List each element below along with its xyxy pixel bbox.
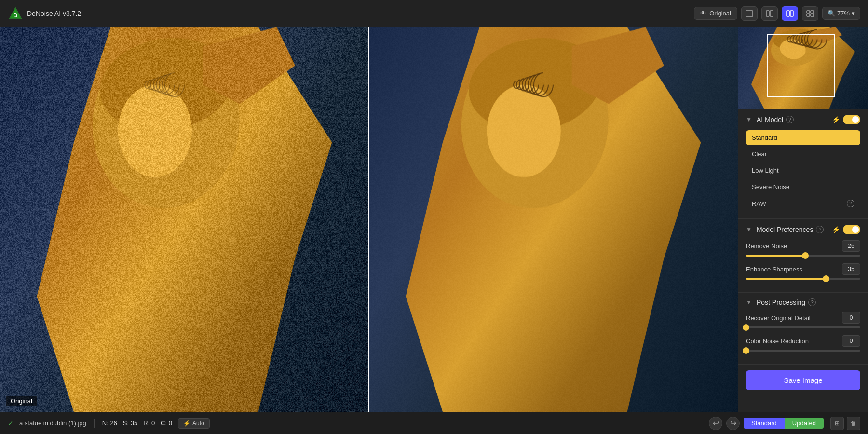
post-processing-header: ▼ Post Processing ? bbox=[746, 298, 860, 306]
ai-model-toggle: ⚡ bbox=[832, 115, 860, 124]
model-lowlight-label: Low Light bbox=[752, 167, 779, 174]
auto-lightning-icon: ⚡ bbox=[183, 420, 190, 427]
remove-noise-row: Remove Noise 26 bbox=[746, 240, 860, 257]
color-noise-label: Color Noise Reduction bbox=[746, 338, 809, 345]
enhance-sharpness-row: Enhance Sharpness 35 bbox=[746, 263, 860, 280]
status-pills: ↩ ↪ Standard Updated ⊞ 🗑 bbox=[709, 417, 860, 430]
split-view-icon bbox=[766, 10, 773, 17]
model-option-raw[interactable]: RAW ? bbox=[746, 196, 860, 211]
remove-noise-thumb[interactable] bbox=[802, 252, 809, 259]
ai-model-help-icon[interactable]: ? bbox=[786, 116, 794, 123]
svg-rect-6 bbox=[787, 11, 789, 16]
remove-noise-label: Remove Noise bbox=[746, 243, 787, 250]
svg-text:D: D bbox=[13, 12, 17, 19]
svg-rect-5 bbox=[770, 11, 773, 16]
sharpness-stat: S: 35 bbox=[123, 420, 137, 427]
ai-model-header: ▼ AI Model ? ⚡ bbox=[746, 115, 860, 124]
topbar-controls: 👁 Original bbox=[694, 6, 860, 21]
raw-help-icon[interactable]: ? bbox=[847, 200, 854, 207]
svg-rect-4 bbox=[766, 11, 769, 16]
app-logo-icon: D bbox=[8, 6, 23, 21]
view-compare-button[interactable] bbox=[782, 6, 798, 21]
thumbnail-viewport[interactable] bbox=[767, 34, 835, 97]
enhance-sharpness-fill bbox=[746, 278, 826, 280]
ai-model-section: ▼ AI Model ? ⚡ Standard Clear Low Light bbox=[738, 109, 868, 219]
enhance-sharpness-thumb[interactable] bbox=[823, 275, 829, 282]
file-check-icon: ✓ bbox=[8, 420, 14, 427]
view-single-button[interactable] bbox=[741, 6, 758, 21]
model-preferences-title: Model Preferences bbox=[757, 226, 814, 233]
remove-noise-fill bbox=[746, 255, 805, 257]
model-option-clear[interactable]: Clear bbox=[746, 147, 860, 162]
original-button[interactable]: 👁 Original bbox=[694, 7, 737, 20]
enhance-sharpness-label: Enhance Sharpness bbox=[746, 266, 802, 273]
model-severe-label: Severe Noise bbox=[752, 183, 789, 190]
model-preferences-header: ▼ Model Preferences ? ⚡ bbox=[746, 225, 860, 234]
undo-button[interactable]: ↩ bbox=[709, 417, 722, 430]
standard-updated-pills: Standard Updated bbox=[744, 418, 824, 429]
color-noise-value[interactable]: 0 bbox=[842, 335, 860, 347]
status-action-buttons: ⊞ 🗑 bbox=[830, 417, 860, 430]
zoom-control[interactable]: 🔍 77% ▾ bbox=[822, 7, 860, 20]
recover-detail-thumb[interactable] bbox=[743, 324, 749, 331]
logo-area: D DeNoise AI v3.7.2 bbox=[8, 6, 81, 21]
model-clear-label: Clear bbox=[752, 150, 767, 158]
svg-rect-10 bbox=[811, 11, 814, 13]
grid-view-icon bbox=[806, 10, 814, 17]
lightning-icon: ⚡ bbox=[832, 116, 840, 123]
main-content: Original ▼ AI Model ? bbox=[0, 27, 868, 412]
enhance-sharpness-value[interactable]: 35 bbox=[842, 263, 860, 275]
post-processing-help-icon[interactable]: ? bbox=[808, 298, 816, 306]
color-noise-row: Color Noise Reduction 0 bbox=[746, 335, 860, 352]
ai-model-toggle-switch[interactable] bbox=[843, 115, 860, 124]
chevron-down-icon: ▾ bbox=[852, 10, 855, 17]
svg-rect-9 bbox=[807, 11, 810, 13]
remove-noise-label-row: Remove Noise 26 bbox=[746, 240, 860, 252]
remove-noise-value[interactable]: 26 bbox=[842, 240, 860, 252]
model-preferences-help-icon[interactable]: ? bbox=[816, 226, 824, 233]
model-option-severe[interactable]: Severe Noise bbox=[746, 179, 860, 194]
image-area: Original bbox=[0, 27, 738, 412]
single-view-icon bbox=[746, 10, 753, 17]
recover-detail-track[interactable] bbox=[746, 326, 860, 328]
post-chevron-icon: ▼ bbox=[746, 299, 752, 306]
model-option-standard[interactable]: Standard bbox=[746, 130, 860, 145]
remove-noise-track[interactable] bbox=[746, 255, 860, 257]
model-option-lowlight[interactable]: Low Light bbox=[746, 163, 860, 178]
color-noise-track[interactable] bbox=[746, 350, 860, 352]
redo-button[interactable]: ↪ bbox=[726, 417, 740, 430]
standard-pill: Standard bbox=[744, 418, 785, 429]
original-image-panel: Original bbox=[0, 27, 369, 412]
recover-detail-label-row: Recover Original Detail 0 bbox=[746, 312, 860, 324]
processed-image-canvas bbox=[369, 27, 738, 412]
color-noise-label-row: Color Noise Reduction 0 bbox=[746, 335, 860, 347]
svg-rect-3 bbox=[746, 11, 753, 16]
thumbnail-area bbox=[738, 27, 868, 109]
delete-button[interactable]: 🗑 bbox=[847, 417, 860, 430]
original-label: Original bbox=[6, 396, 37, 406]
model-preferences-section: ▼ Model Preferences ? ⚡ Remove Noise 26 bbox=[738, 219, 868, 293]
model-raw-label: RAW bbox=[752, 200, 766, 207]
recover-detail-row: Recover Original Detail 0 bbox=[746, 312, 860, 328]
topbar: D DeNoise AI v3.7.2 👁 Original bbox=[0, 0, 868, 27]
split-divider[interactable] bbox=[368, 27, 369, 412]
svg-rect-7 bbox=[790, 11, 793, 16]
auto-badge[interactable]: ⚡ Auto bbox=[178, 418, 210, 429]
recover-detail-value[interactable]: 0 bbox=[842, 312, 860, 324]
ai-model-title: AI Model bbox=[757, 116, 783, 123]
color-noise-thumb[interactable] bbox=[743, 347, 749, 354]
thumbnail-image bbox=[738, 27, 868, 109]
svg-rect-12 bbox=[811, 14, 814, 16]
eye-icon: 👁 bbox=[700, 10, 706, 17]
model-standard-label: Standard bbox=[752, 134, 777, 141]
view-split-button[interactable] bbox=[761, 6, 778, 21]
chevron-collapse-icon: ▼ bbox=[746, 116, 752, 123]
copy-button[interactable]: ⊞ bbox=[830, 417, 844, 430]
prefs-lightning-icon: ⚡ bbox=[832, 226, 840, 233]
model-preferences-toggle-switch[interactable] bbox=[843, 225, 860, 234]
view-grid-button[interactable] bbox=[802, 6, 818, 21]
divider-1 bbox=[94, 419, 95, 428]
save-image-button[interactable]: Save Image bbox=[746, 370, 860, 390]
model-list: Standard Clear Low Light Severe Noise RA… bbox=[746, 130, 860, 211]
enhance-sharpness-track[interactable] bbox=[746, 278, 860, 280]
